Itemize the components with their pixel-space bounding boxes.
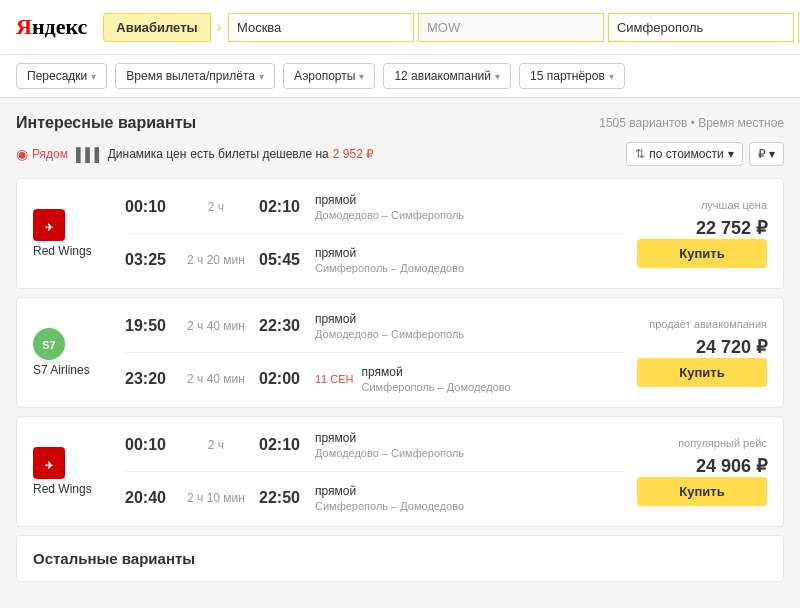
- airline-name: Red Wings: [33, 482, 92, 496]
- flight-type: прямой: [315, 312, 495, 326]
- filter-airports-label: Аэропорты: [294, 69, 355, 83]
- filter-location-label: Рядом: [32, 147, 68, 161]
- arrive-time: 02:10: [259, 198, 307, 216]
- flight-duration: 2 ч 40 мин: [181, 319, 251, 333]
- search-arrow-icon: ›: [217, 18, 222, 36]
- sub-filters-left: ◉ Рядом ▌▌▌ Динамика цен есть билеты деш…: [16, 146, 374, 162]
- chevron-down-icon: ▾: [728, 147, 734, 161]
- arrive-time: 02:10: [259, 436, 307, 454]
- flight-cards-container: ✈ Red Wings 00:10 2 ч 02:10 прямой Домод…: [16, 178, 784, 527]
- flight-details: прямой Домодедово – Симферополь: [315, 193, 495, 221]
- other-section-title: Остальные варианты: [33, 550, 767, 567]
- flight-route: Симферополь – Домодедово: [315, 262, 495, 274]
- flight-type: прямой: [315, 484, 495, 498]
- flight-duration: 2 ч 40 мин: [181, 372, 251, 386]
- airline-logo-img: S7: [33, 328, 65, 363]
- flight-route: Симферополь – Домодедово: [362, 381, 542, 393]
- flight-leg-1: 20:40 2 ч 10 мин 22:50 прямой Симферопол…: [125, 484, 625, 512]
- pin-icon: ◉: [16, 146, 28, 162]
- sort-dropdown[interactable]: ⇅ по стоимости ▾: [626, 142, 742, 166]
- chevron-down-icon: ▾: [91, 71, 96, 82]
- depart-time: 19:50: [125, 317, 173, 335]
- flight-type: прямой: [362, 365, 542, 379]
- filter-partners[interactable]: 15 партнёров ▾: [519, 63, 625, 89]
- price-label: лучшая цена: [701, 199, 767, 211]
- price-amount: 24 720 ₽: [696, 336, 767, 358]
- flight-card-1: S7 S7 Airlines 19:50 2 ч 40 мин 22:30 пр…: [16, 297, 784, 408]
- flight-route: Домодедово – Симферополь: [315, 209, 495, 221]
- flight-leg-1: 03:25 2 ч 20 мин 05:45 прямой Симферопол…: [125, 246, 625, 274]
- flight-details: прямой Симферополь – Домодедово: [362, 365, 542, 393]
- price-label: продаёт авиакомпания: [649, 318, 767, 330]
- price-col: популярный рейс 24 906 ₽ Купить: [637, 437, 767, 506]
- airline-logo-col: ✈ Red Wings: [33, 447, 113, 496]
- currency-label: ₽: [758, 147, 766, 161]
- price-label: популярный рейс: [678, 437, 767, 449]
- flights-info: 19:50 2 ч 40 мин 22:30 прямой Домодедово…: [125, 312, 625, 393]
- filter-airlines-label: 12 авиакомпаний: [394, 69, 491, 83]
- buy-button[interactable]: Купить: [637, 477, 767, 506]
- arrive-time: 05:45: [259, 251, 307, 269]
- filter-transfers[interactable]: Пересадки ▾: [16, 63, 107, 89]
- currency-selector[interactable]: ₽ ▾: [749, 142, 784, 166]
- sub-filters: ◉ Рядом ▌▌▌ Динамика цен есть билеты деш…: [16, 142, 784, 166]
- filter-time[interactable]: Время вылета/прилёта ▾: [115, 63, 275, 89]
- svg-text:S7: S7: [42, 339, 55, 351]
- depart-time: 00:10: [125, 436, 173, 454]
- price-dynamics-value: 2 952 ₽: [333, 147, 374, 161]
- flight-leg-0: 19:50 2 ч 40 мин 22:30 прямой Домодедово…: [125, 312, 625, 340]
- flight-duration: 2 ч: [181, 200, 251, 214]
- flights-info: 00:10 2 ч 02:10 прямой Домодедово – Симф…: [125, 431, 625, 512]
- search-from-code[interactable]: [418, 13, 604, 42]
- flight-leg-0: 00:10 2 ч 02:10 прямой Домодедово – Симф…: [125, 431, 625, 459]
- buy-button[interactable]: Купить: [637, 358, 767, 387]
- search-tag-aviabilety[interactable]: Авиабилеты: [103, 13, 210, 42]
- arrive-time: 02:00: [259, 370, 307, 388]
- price-col: продаёт авиакомпания 24 720 ₽ Купить: [637, 318, 767, 387]
- flight-route: Симферополь – Домодедово: [315, 500, 495, 512]
- section-header: Интересные варианты 1505 вариантов • Вре…: [16, 114, 784, 132]
- section-title: Интересные варианты: [16, 114, 196, 132]
- filter-airlines[interactable]: 12 авиакомпаний ▾: [383, 63, 511, 89]
- depart-time: 00:10: [125, 198, 173, 216]
- svg-text:✈: ✈: [45, 460, 54, 471]
- flight-details: прямой Симферополь – Домодедово: [315, 484, 495, 512]
- airline-logo-img: ✈: [33, 209, 65, 244]
- svg-text:✈: ✈: [45, 222, 54, 233]
- price-amount: 24 906 ₽: [696, 455, 767, 477]
- airline-logo-col: S7 S7 Airlines: [33, 328, 113, 377]
- flight-type: прямой: [315, 193, 495, 207]
- airline-name: Red Wings: [33, 244, 92, 258]
- flight-card-2: ✈ Red Wings 00:10 2 ч 02:10 прямой Домод…: [16, 416, 784, 527]
- chevron-down-icon: ▾: [609, 71, 614, 82]
- chevron-down-icon: ▾: [495, 71, 500, 82]
- search-to-city[interactable]: [608, 13, 794, 42]
- flight-type: прямой: [315, 431, 495, 445]
- buy-button[interactable]: Купить: [637, 239, 767, 268]
- flight-details: прямой Домодедово – Симферополь: [315, 312, 495, 340]
- airline-logo-col: ✈ Red Wings: [33, 209, 113, 258]
- header: Яндекс Авиабилеты › Найти: [0, 0, 800, 55]
- filter-location[interactable]: ◉ Рядом: [16, 146, 68, 162]
- filters-bar: Пересадки ▾ Время вылета/прилёта ▾ Аэроп…: [0, 55, 800, 98]
- arrive-time: 22:30: [259, 317, 307, 335]
- flights-info: 00:10 2 ч 02:10 прямой Домодедово – Симф…: [125, 193, 625, 274]
- filter-price-dynamics[interactable]: ▌▌▌ Динамика цен есть билеты дешевле на …: [76, 147, 374, 162]
- sub-filters-right: ⇅ по стоимости ▾ ₽ ▾: [626, 142, 784, 166]
- flight-duration: 2 ч 20 мин: [181, 253, 251, 267]
- sort-icon: ⇅: [635, 147, 645, 161]
- arrive-time: 22:50: [259, 489, 307, 507]
- flight-card-0: ✈ Red Wings 00:10 2 ч 02:10 прямой Домод…: [16, 178, 784, 289]
- filter-airports[interactable]: Аэропорты ▾: [283, 63, 375, 89]
- main-content: Интересные варианты 1505 вариантов • Вре…: [0, 98, 800, 598]
- flight-type: прямой: [315, 246, 495, 260]
- price-dynamics-prefix: есть билеты дешевле на: [190, 147, 328, 161]
- flight-duration: 2 ч: [181, 438, 251, 452]
- airline-name: S7 Airlines: [33, 363, 90, 377]
- filter-time-label: Время вылета/прилёта: [126, 69, 255, 83]
- search-from-city[interactable]: [228, 13, 414, 42]
- depart-time: 03:25: [125, 251, 173, 269]
- sort-label: по стоимости: [649, 147, 723, 161]
- flight-route: Домодедово – Симферополь: [315, 447, 495, 459]
- price-amount: 22 752 ₽: [696, 217, 767, 239]
